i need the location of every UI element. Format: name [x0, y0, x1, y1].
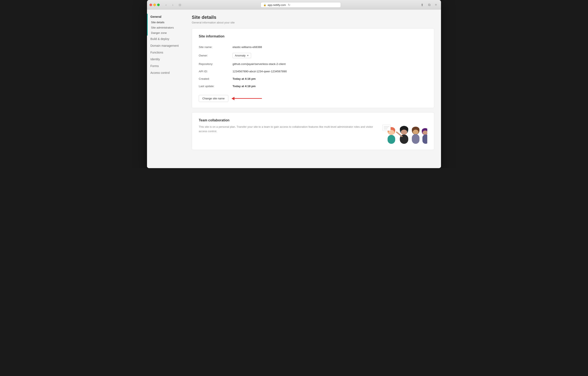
sidebar-toggle-button[interactable]: ⊡	[178, 3, 182, 7]
last-update-row: Last update: Today at 4:18 pm	[199, 82, 427, 90]
maximize-button[interactable]	[157, 4, 160, 6]
chevron-down-icon: ▼	[247, 54, 249, 57]
sidebar-build-deploy[interactable]: Build & deploy	[147, 35, 185, 42]
sidebar-functions[interactable]: Functions	[147, 49, 185, 56]
site-information-title: Site information	[199, 34, 427, 38]
browser-window: ‹ › ⊡ 🔒 app.netlify.com ↻ ⬆ ⧉ + General …	[147, 0, 441, 168]
api-id-value: 1234567890-abcd-1234-qwer-1234567890	[232, 70, 287, 73]
illustration-svg	[381, 118, 427, 144]
sidebar-identity[interactable]: Identity	[147, 56, 185, 63]
arrow-line	[234, 98, 262, 99]
change-site-name-button[interactable]: Change site name	[199, 95, 228, 102]
address-bar-container: 🔒 app.netlify.com ↻	[184, 2, 417, 8]
traffic-lights	[149, 4, 160, 6]
add-tab-button[interactable]: +	[433, 3, 439, 7]
browser-actions: ⬆ ⧉ +	[419, 3, 439, 7]
team-illustration	[381, 118, 427, 144]
site-info-table: Site name: elastic-williams-e68388 Owner…	[199, 43, 427, 90]
team-collab-content: Team collaboration This site is on a per…	[199, 118, 374, 134]
sidebar-section-general: General Site details Site administrators…	[147, 14, 185, 35]
window-button[interactable]: ⧉	[426, 3, 432, 7]
reload-button[interactable]: ↻	[288, 3, 290, 7]
nav-buttons: ‹ ›	[163, 3, 176, 7]
owner-label: Owner:	[199, 54, 232, 57]
api-id-label: API ID:	[199, 70, 232, 73]
owner-dropdown[interactable]: Anomaly ▼	[232, 53, 251, 58]
team-collaboration-text: This site is on a personal plan. Transfe…	[199, 125, 374, 134]
created-row: Created: Today at 4:16 pm	[199, 75, 427, 82]
svg-rect-11	[412, 134, 420, 144]
sidebar-general-label[interactable]: General	[148, 14, 185, 20]
arrow-head-icon	[231, 97, 234, 100]
sidebar-domain-management[interactable]: Domain management	[147, 42, 185, 49]
svg-rect-15	[422, 134, 427, 144]
url-text: app.netlify.com	[268, 3, 286, 7]
repository-label: Repository:	[199, 62, 232, 66]
lock-icon: 🔒	[263, 4, 266, 6]
site-information-card: Site information Site name: elastic-will…	[192, 28, 434, 108]
created-value: Today at 4:16 pm	[232, 77, 256, 80]
repository-value: github.com/jayair/serverless-stack-2-cli…	[232, 62, 285, 66]
annotation-row: Change site name	[199, 95, 427, 102]
main-content: Site details General information about y…	[185, 10, 441, 168]
sidebar-item-site-administrators[interactable]: Site administrators	[148, 25, 185, 30]
svg-rect-3	[388, 135, 395, 144]
team-collaboration-title: Team collaboration	[199, 118, 374, 122]
forward-button[interactable]: ›	[170, 3, 176, 7]
site-name-row: Site name: elastic-williams-e68388	[199, 43, 427, 51]
repository-row: Repository: github.com/jayair/serverless…	[199, 60, 427, 68]
team-collaboration-card: Team collaboration This site is on a per…	[192, 112, 434, 150]
created-label: Created:	[199, 77, 232, 80]
svg-point-6	[401, 130, 407, 135]
api-id-row: API ID: 1234567890-abcd-1234-qwer-123456…	[199, 68, 427, 75]
page-layout: General Site details Site administrators…	[147, 10, 441, 168]
browser-chrome: ‹ › ⊡ 🔒 app.netlify.com ↻ ⬆ ⧉ +	[147, 0, 441, 10]
last-update-label: Last update:	[199, 85, 232, 88]
page-subtitle: General information about your site	[192, 21, 434, 24]
sidebar-item-danger-zone[interactable]: Danger zone	[148, 30, 185, 35]
last-update-value: Today at 4:18 pm	[232, 85, 256, 88]
close-button[interactable]	[149, 4, 152, 6]
sidebar-forms[interactable]: Forms	[147, 63, 185, 69]
arrow-annotation	[232, 97, 262, 100]
svg-point-10	[413, 130, 418, 134]
owner-value: Anomaly	[235, 54, 246, 57]
site-name-value: elastic-williams-e68388	[232, 45, 262, 49]
share-button[interactable]: ⬆	[419, 3, 425, 7]
sidebar: General Site details Site administrators…	[147, 10, 185, 168]
site-name-label: Site name:	[199, 45, 232, 49]
sidebar-access-control[interactable]: Access control	[147, 69, 185, 76]
owner-row: Owner: Anomaly ▼	[199, 51, 427, 60]
sidebar-item-site-details[interactable]: Site details	[148, 20, 185, 25]
minimize-button[interactable]	[153, 4, 156, 6]
back-button[interactable]: ‹	[163, 3, 169, 7]
page-title: Site details	[192, 15, 434, 20]
address-bar[interactable]: 🔒 app.netlify.com ↻	[261, 2, 341, 8]
